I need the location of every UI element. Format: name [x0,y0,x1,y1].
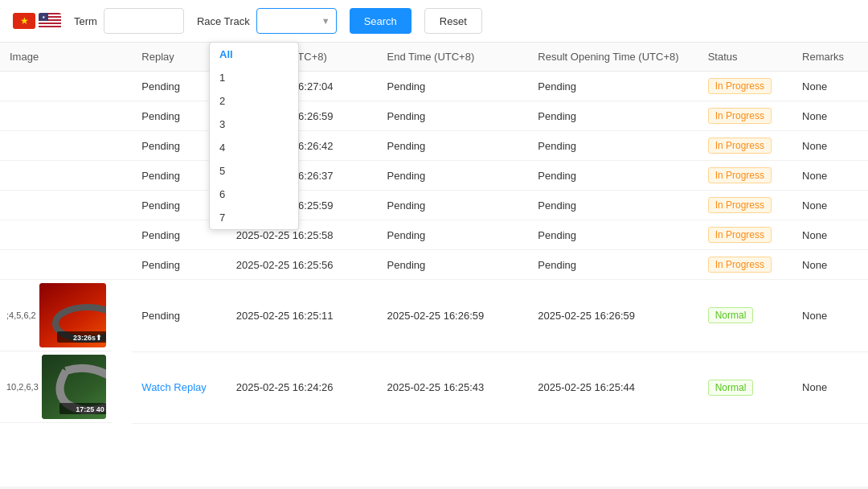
table-row: 10,2,6,3 55.86° 58.23° 61.38° 62.88° 64.… [0,351,868,423]
cell-status: In Progress [698,161,792,191]
data-table-container: Image Replay Start Time (UTC+8) End Time… [0,43,868,487]
cell-image [0,191,132,220]
race-track-dropdown: All 1 2 3 4 5 6 7 [209,42,299,230]
col-header-status: Status [698,43,792,72]
reset-button[interactable]: Reset [424,8,482,34]
cell-end: Pending [378,250,529,280]
table-row: Pending 2025-02-25 16:25:58 Pending Pend… [0,220,868,250]
chinese-flag-icon[interactable]: ★ [13,13,35,29]
language-flags: ★ ★ [13,13,61,29]
cell-end: Pending [378,161,529,191]
cell-image: 10,2,6,3 55.86° 58.23° 61.38° 62.88° 64.… [0,351,113,423]
race-track-select[interactable] [256,8,337,34]
cell-replay-link[interactable]: Watch Replay [132,351,226,423]
svg-text:17:25 40: 17:25 40 [76,405,104,413]
cell-result: Pending [528,161,698,191]
cell-result: 2025-02-25 16:26:59 [528,280,698,352]
cell-end: Pending [378,101,529,131]
race-thumbnail: 55.86° 58.23° 61.38° 62.88° 64.57° 93.86… [42,355,106,419]
cell-remarks: None [792,250,868,280]
row-extra-text: 10,2,6,3 [6,382,39,392]
status-badge: Normal [708,380,754,396]
cell-remarks: None [792,161,868,191]
cell-remarks: None [792,72,868,101]
status-badge: In Progress [708,167,772,183]
dropdown-item-6[interactable]: 6 [210,183,298,206]
cell-status: Normal [698,280,792,352]
table-row: Pending 2025-02-25 16:27:04 Pending Pend… [0,72,868,101]
status-badge: In Progress [708,138,772,154]
term-input[interactable] [104,8,184,34]
term-label: Term [74,15,97,27]
cell-start: 2025-02-25 16:25:11 [227,280,378,352]
status-badge: In Progress [708,197,772,213]
table-row: ;4,5,6,2 82.23° 84.17° 86.07° 87.28° 88.… [0,280,868,352]
race-track-label: Race Track [197,15,250,27]
dropdown-item-3[interactable]: 3 [210,113,298,136]
dropdown-item-1[interactable]: 1 [210,66,298,89]
us-flag-icon[interactable]: ★ [39,13,61,29]
cell-result: Pending [528,72,698,101]
cell-result: Pending [528,131,698,161]
cell-result: Pending [528,220,698,250]
status-badge: Normal [708,307,754,323]
cell-start: 2025-02-25 16:25:56 [227,250,378,280]
cell-remarks: None [792,351,868,423]
cell-image [0,220,132,250]
dropdown-item-2[interactable]: 2 [210,89,298,113]
table-header-row: Image Replay Start Time (UTC+8) End Time… [0,43,868,72]
search-button[interactable]: Search [350,8,411,34]
table-row: Pending 2025-02-25 16:25:56 Pending Pend… [0,250,868,280]
race-track-visual: 23:26s⬆ [39,283,106,347]
cell-image [0,161,132,191]
cell-end: Pending [378,131,529,161]
cell-status: In Progress [698,250,792,280]
cell-replay: Pending [132,250,226,280]
watch-replay-link[interactable]: Watch Replay [141,381,206,393]
dropdown-item-7[interactable]: 7 [210,206,298,229]
race-thumbnail: 82.23° 84.17° 86.07° 87.28° 88.64° 89.76… [39,283,106,347]
race-track-field-group: Race Track ▼ [197,8,337,34]
race-track-select-wrapper: ▼ [256,8,337,34]
cell-start: 2025-02-25 16:24:26 [227,351,378,423]
dropdown-item-4[interactable]: 4 [210,136,298,159]
cell-remarks: None [792,101,868,131]
dropdown-item-5[interactable]: 5 [210,159,298,183]
data-table: Image Replay Start Time (UTC+8) End Time… [0,43,868,424]
cell-status: In Progress [698,191,792,220]
cell-image [0,101,132,131]
race-track-visual: 17:25 40 [42,355,106,419]
cell-status: In Progress [698,131,792,161]
col-header-image: Image [0,43,132,72]
status-badge: In Progress [708,257,772,273]
table-row: Pending 2025-02-25 16:26:42 Pending Pend… [0,131,868,161]
term-field-group: Term [74,8,184,34]
table-row: Pending 2025-02-25 16:25:59 Pending Pend… [0,191,868,220]
cell-image [0,72,132,101]
cell-result: Pending [528,101,698,131]
status-badge: In Progress [708,78,772,94]
cell-remarks: None [792,131,868,161]
col-header-remarks: Remarks [792,43,868,72]
cell-image [0,250,132,280]
cell-status: In Progress [698,72,792,101]
row-extra-text: ;4,5,6,2 [6,310,36,320]
dropdown-item-all[interactable]: All [210,43,298,66]
cell-status: In Progress [698,101,792,131]
cell-end: Pending [378,220,529,250]
cell-end: Pending [378,72,529,101]
table-row: Pending 2025-02-25 16:26:59 Pending Pend… [0,101,868,131]
cell-status: In Progress [698,220,792,250]
cell-end: Pending [378,191,529,220]
cell-image [0,131,132,161]
cell-remarks: None [792,191,868,220]
svg-text:23:26s⬆: 23:26s⬆ [73,334,102,342]
status-badge: In Progress [708,108,772,124]
cell-status: Normal [698,351,792,423]
top-bar: ★ ★ Term Race Track ▼ Search Reset [0,0,868,43]
col-header-end: End Time (UTC+8) [378,43,529,72]
cell-result: Pending [528,191,698,220]
cell-end: 2025-02-25 16:26:59 [378,280,529,352]
cell-end: 2025-02-25 16:25:43 [378,351,529,423]
status-badge: In Progress [708,227,772,243]
